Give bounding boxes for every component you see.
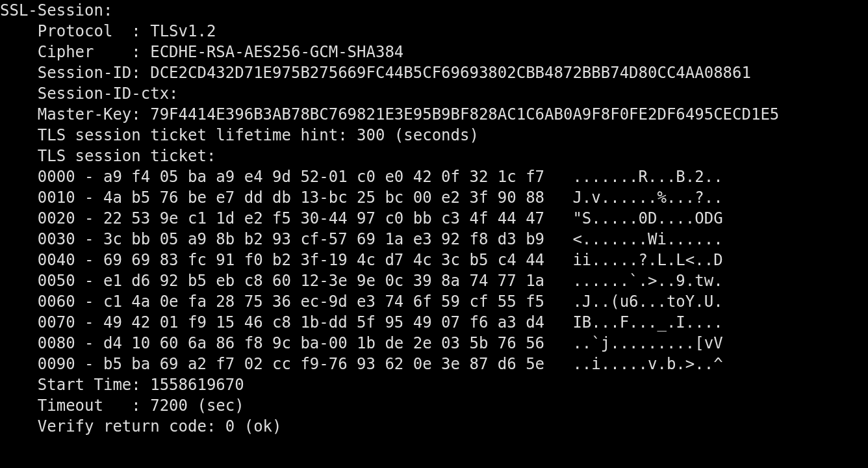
terminal-output: SSL-Session: Protocol : TLSv1.2 Cipher :… bbox=[0, 0, 868, 437]
output-line-12: 0040 - 69 69 83 fc 91 f0 b2 3f-19 4c d7 … bbox=[0, 250, 868, 270]
output-line-19: Start Time: 1558619670 bbox=[0, 374, 868, 395]
output-line-14: 0060 - c1 4a 0e fa 28 75 36 ec-9d e3 74 … bbox=[0, 291, 868, 312]
output-line-20: Timeout : 7200 (sec) bbox=[0, 395, 868, 416]
output-line-5: Master-Key: 79F4414E396B3AB78BC769821E3E… bbox=[0, 104, 868, 125]
output-line-0: SSL-Session: bbox=[0, 0, 868, 21]
output-line-10: 0020 - 22 53 9e c1 1d e2 f5 30-44 97 c0 … bbox=[0, 208, 868, 229]
output-line-17: 0090 - b5 ba 69 a2 f7 02 cc f9-76 93 62 … bbox=[0, 354, 868, 374]
output-line-7: TLS session ticket: bbox=[0, 146, 868, 166]
output-line-4: Session-ID-ctx: bbox=[0, 83, 868, 104]
output-line-2: Cipher : ECDHE-RSA-AES256-GCM-SHA384 bbox=[0, 42, 868, 62]
output-line-13: 0050 - e1 d6 92 b5 eb c8 60 12-3e 9e 0c … bbox=[0, 270, 868, 291]
output-line-11: 0030 - 3c bb 05 a9 8b b2 93 cf-57 69 1a … bbox=[0, 229, 868, 250]
output-line-8: 0000 - a9 f4 05 ba a9 e4 9d 52-01 c0 e0 … bbox=[0, 166, 868, 187]
output-line-16: 0080 - d4 10 60 6a 86 f8 9c ba-00 1b de … bbox=[0, 333, 868, 354]
output-line-15: 0070 - 49 42 01 f9 15 46 c8 1b-dd 5f 95 … bbox=[0, 312, 868, 333]
output-line-9: 0010 - 4a b5 76 be e7 dd db 13-bc 25 bc … bbox=[0, 187, 868, 208]
output-line-3: Session-ID: DCE2CD432D71E975B275669FC44B… bbox=[0, 62, 868, 83]
output-line-21: Verify return code: 0 (ok) bbox=[0, 416, 868, 437]
output-line-1: Protocol : TLSv1.2 bbox=[0, 21, 868, 42]
output-line-6: TLS session ticket lifetime hint: 300 (s… bbox=[0, 125, 868, 146]
